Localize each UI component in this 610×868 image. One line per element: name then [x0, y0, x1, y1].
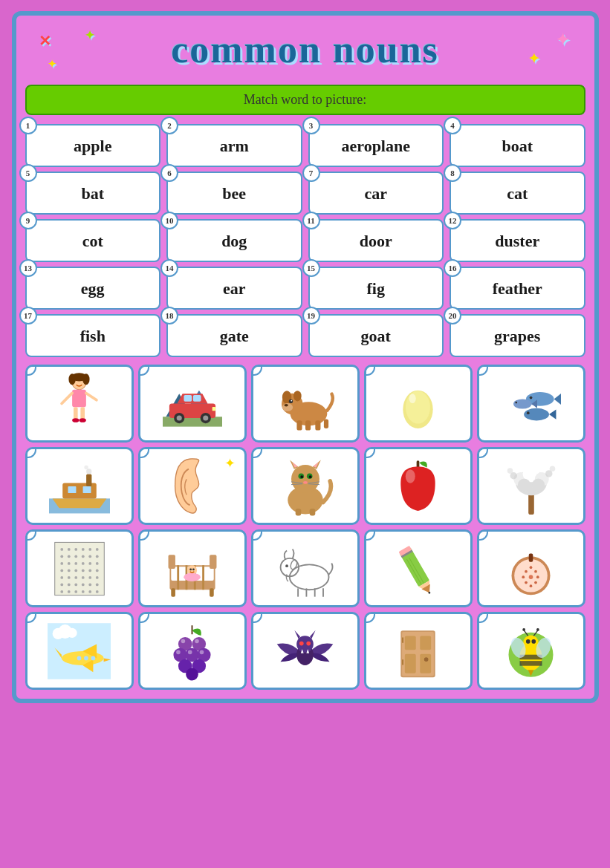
svg-point-140 [289, 564, 328, 590]
svg-rect-133 [210, 588, 214, 596]
word-row-2: 5 bat 6 bee 7 car 8 cat [25, 172, 585, 215]
svg-rect-49 [82, 486, 91, 493]
svg-point-117 [81, 583, 84, 586]
svg-point-139 [192, 568, 195, 570]
pic-card-boat [25, 447, 134, 525]
word-card-8: 8 cat [450, 172, 585, 215]
deco-x1: ✕ [39, 32, 53, 50]
svg-point-161 [536, 575, 539, 578]
svg-point-165 [522, 575, 525, 578]
svg-point-118 [88, 583, 91, 586]
svg-point-159 [530, 566, 533, 569]
svg-point-51 [86, 469, 91, 474]
svg-point-3 [71, 373, 88, 381]
svg-point-8 [80, 418, 86, 422]
svg-point-221 [531, 639, 536, 644]
word-card-10: 10 dog [166, 219, 302, 262]
svg-rect-33 [323, 419, 328, 428]
svg-point-87 [81, 547, 84, 550]
svg-rect-16 [192, 395, 201, 402]
svg-point-101 [95, 561, 98, 564]
pic-card-apple [364, 447, 473, 525]
svg-point-82 [549, 466, 555, 471]
svg-point-163 [530, 584, 533, 587]
svg-point-166 [529, 575, 533, 579]
svg-point-54 [291, 465, 319, 493]
svg-rect-21 [212, 407, 215, 411]
svg-point-102 [60, 569, 63, 572]
svg-point-20 [203, 416, 208, 421]
svg-point-93 [81, 555, 84, 558]
svg-rect-15 [184, 395, 192, 402]
pic-card-bat [251, 612, 360, 690]
svg-point-112 [88, 575, 91, 578]
pic-card-car [138, 365, 247, 443]
svg-rect-5 [74, 407, 78, 420]
pic-card-dog [251, 365, 360, 443]
pic-card-aeroplane [25, 612, 134, 690]
svg-point-80 [507, 468, 513, 474]
word-card-18: 18 gate [166, 314, 302, 357]
svg-point-35 [406, 391, 430, 423]
svg-rect-68 [295, 508, 301, 515]
svg-line-9 [62, 393, 72, 403]
svg-point-219 [536, 628, 539, 631]
svg-point-147 [289, 558, 298, 570]
pic-row-1 [25, 365, 585, 443]
svg-point-162 [534, 581, 537, 584]
svg-point-105 [81, 569, 84, 572]
word-card-3: 3 aeroplane [308, 124, 444, 167]
svg-rect-213 [520, 661, 542, 666]
word-card-7: 7 car [308, 172, 444, 215]
svg-point-36 [409, 394, 416, 403]
svg-point-43 [513, 399, 531, 408]
svg-point-98 [74, 561, 77, 564]
svg-rect-4 [72, 390, 86, 407]
svg-point-176 [91, 656, 96, 660]
svg-point-116 [74, 583, 77, 586]
word-row-4: 13 egg 14 ear 15 fig 16 feather [25, 267, 585, 310]
svg-point-100 [88, 561, 91, 564]
svg-point-27 [284, 404, 288, 407]
word-card-6: 6 bee [166, 172, 302, 215]
title-text: common nouns [171, 28, 439, 71]
svg-marker-195 [294, 630, 300, 639]
svg-point-94 [88, 555, 91, 558]
word-card-13: 13 egg [25, 267, 161, 310]
svg-point-89 [95, 547, 98, 550]
svg-rect-6 [80, 407, 85, 420]
pic-card-door2 [364, 612, 473, 690]
word-card-5: 5 bat [25, 172, 161, 215]
pic-card-grapes [138, 612, 247, 690]
svg-marker-38 [554, 393, 560, 404]
pic-card-egg [364, 365, 473, 443]
svg-point-42 [526, 411, 529, 414]
svg-point-61 [300, 475, 303, 478]
svg-point-119 [95, 583, 98, 586]
word-card-15: 15 fig [308, 267, 444, 310]
svg-point-86 [74, 547, 77, 550]
pic-row-2: ✦ [25, 447, 585, 525]
svg-rect-13 [163, 417, 222, 426]
svg-point-45 [515, 401, 517, 403]
svg-point-217 [522, 628, 525, 631]
svg-point-84 [60, 547, 63, 550]
deco-sparkle1: ✦ [85, 28, 96, 42]
svg-point-188 [181, 639, 186, 643]
svg-point-114 [60, 583, 63, 586]
svg-rect-32 [315, 420, 320, 430]
svg-point-40 [524, 408, 549, 420]
word-card-12: 12 duster [450, 219, 585, 262]
word-row-3: 9 cot 10 dog 11 door 12 duster [25, 219, 585, 262]
word-card-14: 14 ear [166, 267, 302, 310]
deco-sparkle4: ✦ [528, 50, 541, 67]
svg-point-107 [95, 569, 98, 572]
svg-point-90 [60, 555, 63, 558]
svg-rect-132 [171, 588, 175, 596]
word-card-9: 9 cot [25, 219, 161, 262]
svg-point-63 [303, 480, 308, 483]
svg-point-177 [84, 656, 88, 660]
pic-card-goat [251, 529, 360, 607]
svg-point-109 [67, 575, 70, 578]
pic-card-girl [25, 365, 134, 443]
